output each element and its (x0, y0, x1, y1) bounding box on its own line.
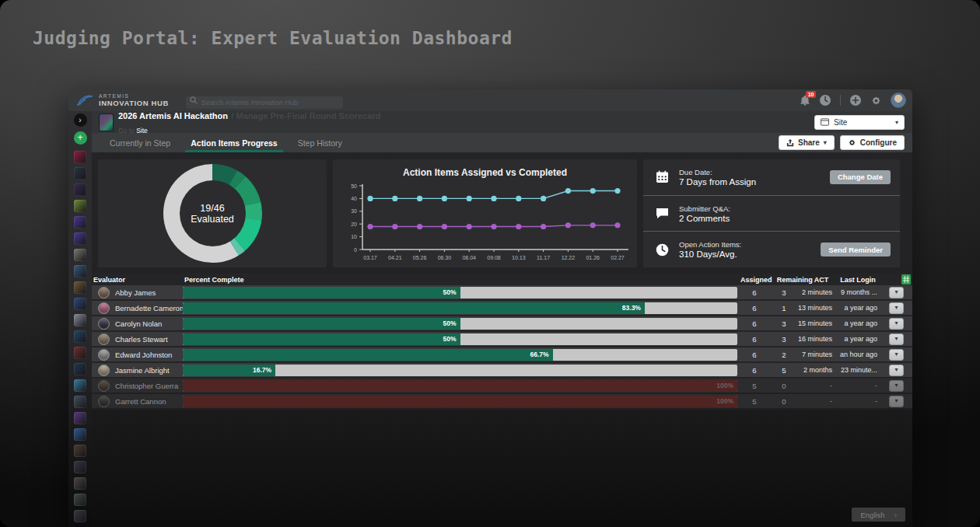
sub-header: 2026 Artemis AI Hackathon / Manage Pre-F… (92, 111, 912, 133)
table-row[interactable]: Edward Johnston 66.7% 6 2 7 minutes an h… (92, 347, 912, 363)
assigned-value: 6 (739, 319, 770, 328)
user-avatar[interactable] (891, 92, 906, 108)
row-actions-dropdown[interactable]: ▾ (889, 287, 904, 298)
calendar-icon (654, 170, 670, 183)
history-button[interactable] (819, 94, 831, 106)
window-icon (821, 118, 829, 126)
row-actions-dropdown[interactable]: ▾ (889, 396, 904, 407)
table-row[interactable]: Abby James 50% 6 3 2 minutes 9 months ..… (92, 285, 912, 301)
workspace-thumbnail[interactable] (74, 412, 86, 424)
last-login-value: - (835, 397, 880, 405)
chevron-right-icon: › (79, 116, 81, 124)
column-evaluator: Evaluator (92, 276, 183, 284)
evaluator-name: Abby James (115, 288, 156, 297)
open-items-label: Open Action Items: (679, 240, 741, 249)
tab-action-items-progress[interactable]: Action Items Progress (180, 133, 287, 152)
progress-fill: 16.7% (183, 365, 275, 376)
workspace-thumbnail[interactable] (74, 379, 86, 392)
language-button[interactable]: English › (852, 508, 905, 522)
create-button[interactable] (849, 94, 862, 106)
remaining-value: 3 (770, 319, 798, 328)
donut-center: 19/46 Evaluated (180, 180, 246, 246)
progress-fill: 100% (183, 396, 737, 407)
assigned-value: 6 (739, 366, 770, 375)
progress-bar: 50% (183, 318, 737, 330)
logo[interactable]: ARTEMIS INNOVATION HUB (76, 94, 169, 107)
send-reminder-button[interactable]: Send Reminder (821, 243, 891, 257)
app-header: ARTEMIS INNOVATION HUB 10 (68, 89, 912, 111)
qa-label: Submitter Q&A: (679, 204, 730, 213)
evaluator-name: Christopher Guerra (115, 382, 178, 390)
sidebar-expand-button[interactable]: › (74, 113, 87, 127)
workspace-thumbnail[interactable] (74, 167, 86, 180)
avatar (98, 380, 110, 392)
progress-bar: 50% (183, 287, 737, 298)
svg-text:08.04: 08.04 (462, 255, 476, 260)
share-label: Share (798, 138, 820, 147)
table-row[interactable]: Garrett Cannon 100% 5 0 - - ▾ (92, 394, 912, 410)
workspace-thumbnail[interactable] (74, 330, 86, 343)
add-workspace-button[interactable]: + (74, 131, 87, 145)
assigned-value: 6 (739, 351, 770, 359)
search-input[interactable] (186, 96, 343, 109)
row-actions-dropdown[interactable]: ▾ (889, 380, 904, 392)
tab-step-history[interactable]: Step History (288, 133, 352, 152)
assigned-value: 6 (739, 288, 770, 297)
table-row[interactable]: Christopher Guerra 100% 5 0 - - ▾ (92, 379, 912, 394)
svg-text:09.08: 09.08 (487, 255, 501, 260)
workspace-thumbnail[interactable] (74, 445, 86, 457)
workspace-thumbnail[interactable] (74, 314, 86, 326)
workspace-thumbnail[interactable] (74, 151, 86, 163)
row-actions-dropdown[interactable]: ▾ (889, 365, 904, 376)
breadcrumb-suffix: / Manage Pre-Final Round Scorecard (231, 111, 380, 120)
workspace-thumbnail[interactable] (74, 461, 86, 473)
breadcrumb-title[interactable]: 2026 Artemis AI Hackathon (118, 111, 228, 120)
notifications-button[interactable]: 10 (800, 95, 810, 106)
workspace-thumbnail[interactable] (74, 396, 86, 408)
workspace-thumbnail[interactable] (74, 281, 86, 294)
chevron-down-icon: ▾ (824, 139, 827, 146)
table-row[interactable]: Bernadette Cameron 83.3% 6 1 13 minutes … (92, 301, 912, 316)
table-row[interactable]: Carolyn Nolan 50% 6 3 15 minutes a year … (92, 316, 912, 332)
column-last-login: Last Login (835, 276, 880, 284)
workspace-thumbnail[interactable] (74, 510, 86, 522)
workspace-thumbnail[interactable] (74, 363, 86, 375)
act-value: 15 minutes (798, 319, 835, 327)
row-actions-dropdown[interactable]: ▾ (889, 349, 904, 361)
last-login-value: a year ago (835, 304, 880, 312)
open-items-row: Open Action Items: 310 Days/Avg. Send Re… (643, 231, 900, 267)
chevron-down-icon: ▾ (894, 398, 898, 404)
settings-button[interactable] (870, 95, 882, 106)
workspace-thumbnail[interactable] (74, 200, 86, 212)
tab-bar: Currently in Step Action Items Progress … (92, 133, 912, 152)
chevron-down-icon: ▾ (894, 351, 898, 358)
site-dropdown[interactable]: Site ▾ (814, 115, 905, 130)
share-icon (786, 139, 794, 147)
configure-button[interactable]: Configure (840, 135, 905, 150)
tab-currently-in-step[interactable]: Currently in Step (100, 133, 180, 152)
svg-text:10: 10 (351, 234, 357, 239)
workspace-thumbnail[interactable] (74, 494, 86, 506)
row-actions-dropdown[interactable]: ▾ (889, 302, 904, 314)
chevron-down-icon: ▾ (894, 336, 898, 342)
workspace-thumbnail[interactable] (74, 265, 86, 277)
workspace-thumbnail[interactable] (74, 477, 86, 490)
table-row[interactable]: Jasmine Albright 16.7% 6 5 2 months 23 m… (92, 363, 912, 379)
workspace-thumbnail[interactable] (74, 298, 86, 310)
workspace-thumbnail[interactable] (74, 249, 86, 261)
change-date-button[interactable]: Change Date (830, 170, 891, 184)
workspace-thumbnail[interactable] (74, 216, 86, 229)
workspace-sidebar: › + (68, 111, 92, 527)
row-actions-dropdown[interactable]: ▾ (889, 333, 904, 345)
share-button[interactable]: Share ▾ (779, 135, 835, 150)
svg-text:12.22: 12.22 (561, 255, 575, 260)
act-value: 2 months (798, 366, 835, 374)
row-actions-dropdown[interactable]: ▾ (889, 318, 904, 330)
workspace-thumbnail[interactable] (74, 428, 86, 441)
export-excel-button[interactable] (901, 274, 911, 284)
workspace-thumbnail[interactable] (74, 183, 86, 196)
workspace-thumbnail[interactable] (74, 347, 86, 359)
open-items-value: 310 Days/Avg. (679, 250, 741, 259)
workspace-thumbnail[interactable] (74, 232, 86, 245)
table-row[interactable]: Charles Stewart 50% 6 3 16 minutes a yea… (92, 332, 912, 347)
